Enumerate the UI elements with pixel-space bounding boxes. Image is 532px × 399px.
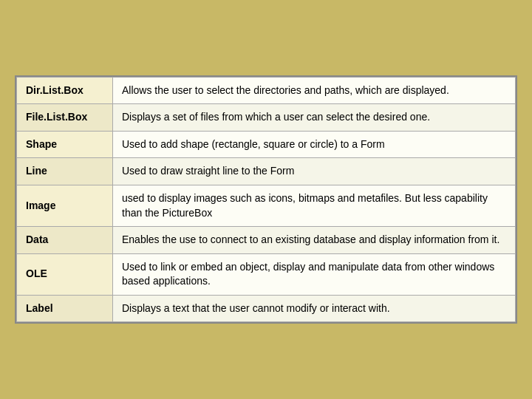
term-cell: Label [17, 295, 113, 322]
term-cell: File.List.Box [17, 104, 113, 132]
description-cell: Used to draw straight line to the Form [113, 158, 516, 185]
description-cell: Displays a text that the user cannot mod… [113, 295, 516, 322]
table-row: Dir.List.BoxAllows the user to select th… [17, 77, 516, 104]
table-row: LabelDisplays a text that the user canno… [17, 295, 516, 322]
description-cell: Used to link or embed an object, display… [113, 253, 516, 295]
description-cell: used to display images such as icons, bi… [113, 185, 516, 226]
term-cell: Dir.List.Box [17, 77, 113, 104]
term-cell: OLE [17, 253, 113, 295]
table-row: ShapeUsed to add shape (rectangle, squar… [17, 131, 516, 158]
description-cell: Displays a set of files from which a use… [113, 104, 516, 132]
description-cell: Used to add shape (rectangle, square or … [113, 131, 516, 158]
table-row: LineUsed to draw straight line to the Fo… [17, 158, 516, 185]
description-cell: Allows the user to select the directorie… [113, 77, 516, 104]
reference-table: Dir.List.BoxAllows the user to select th… [16, 77, 516, 323]
term-cell: Data [17, 227, 113, 254]
description-cell: Enables the use to connect to an existin… [113, 227, 516, 254]
table-row: File.List.BoxDisplays a set of files fro… [17, 104, 516, 132]
table-row: OLEUsed to link or embed an object, disp… [17, 253, 516, 295]
term-cell: Shape [17, 131, 113, 158]
main-table-container: Dir.List.BoxAllows the user to select th… [15, 75, 517, 324]
table-row: Imageused to display images such as icon… [17, 185, 516, 226]
term-cell: Line [17, 158, 113, 185]
term-cell: Image [17, 185, 113, 226]
table-row: DataEnables the use to connect to an exi… [17, 227, 516, 254]
